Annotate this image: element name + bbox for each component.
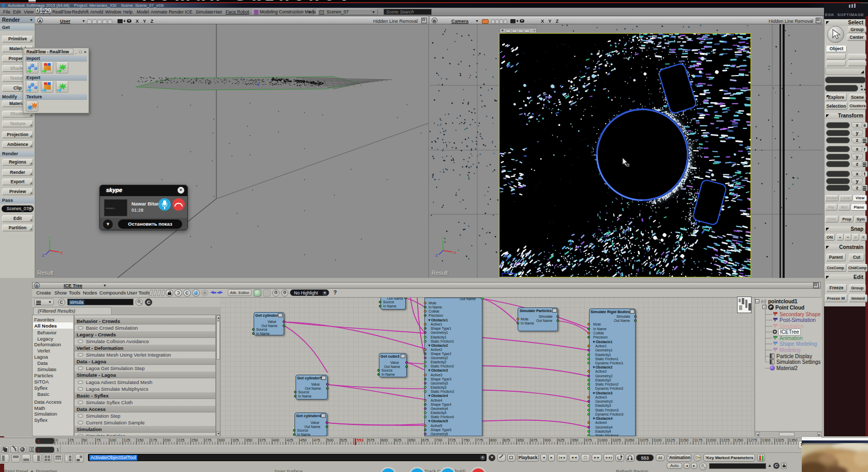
svg-text:525: 525 xyxy=(341,438,347,443)
svg-text:1075: 1075 xyxy=(640,438,649,443)
svg-text:375: 375 xyxy=(259,438,266,443)
svg-text:625: 625 xyxy=(395,438,402,443)
svg-text:875: 875 xyxy=(531,438,538,443)
svg-text:825: 825 xyxy=(504,438,510,443)
svg-text:650: 650 xyxy=(409,438,416,443)
svg-text:225: 225 xyxy=(178,438,185,443)
svg-text:1150: 1150 xyxy=(680,438,688,443)
svg-text:575: 575 xyxy=(368,438,375,443)
svg-text:950: 950 xyxy=(572,438,579,443)
svg-text:300: 300 xyxy=(218,438,225,443)
svg-text:750: 750 xyxy=(463,438,470,443)
svg-text:1300: 1300 xyxy=(762,438,771,443)
svg-text:1250: 1250 xyxy=(734,438,743,443)
svg-text:325: 325 xyxy=(232,438,239,443)
svg-text:1125: 1125 xyxy=(667,438,675,443)
svg-text:125: 125 xyxy=(124,438,130,443)
svg-text:1225: 1225 xyxy=(721,438,730,443)
svg-text:1000: 1000 xyxy=(599,438,608,443)
svg-text:Y: Y xyxy=(48,235,51,240)
svg-text:275: 275 xyxy=(205,438,212,443)
svg-text:900: 900 xyxy=(545,438,551,443)
svg-text:175: 175 xyxy=(151,438,157,443)
svg-text:1275: 1275 xyxy=(748,438,757,443)
svg-text:1175: 1175 xyxy=(694,438,702,443)
svg-text:1325: 1325 xyxy=(775,438,784,443)
svg-text:Z: Z xyxy=(42,253,45,258)
svg-text:1050: 1050 xyxy=(626,438,635,443)
svg-text:925: 925 xyxy=(558,438,565,443)
svg-text:Y: Y xyxy=(442,235,445,240)
svg-text:450: 450 xyxy=(300,438,307,443)
svg-text:25: 25 xyxy=(69,438,73,443)
svg-text:775: 775 xyxy=(477,438,483,443)
svg-text:725: 725 xyxy=(449,438,456,443)
svg-text:50: 50 xyxy=(83,438,87,443)
svg-text:350: 350 xyxy=(246,438,253,443)
svg-text:150: 150 xyxy=(137,438,144,443)
svg-text:250: 250 xyxy=(192,438,198,443)
svg-text:475: 475 xyxy=(314,438,320,443)
svg-text:500: 500 xyxy=(327,438,334,443)
svg-text:75: 75 xyxy=(96,438,100,443)
svg-text:800: 800 xyxy=(490,438,497,443)
svg-text:1200: 1200 xyxy=(708,438,716,443)
svg-text:975: 975 xyxy=(585,438,592,443)
svg-text:100: 100 xyxy=(110,438,116,443)
svg-text:425: 425 xyxy=(287,438,293,443)
svg-text:Z: Z xyxy=(435,253,438,258)
svg-text:1025: 1025 xyxy=(612,438,621,443)
svg-text:1350: 1350 xyxy=(789,438,798,443)
svg-text:400: 400 xyxy=(273,438,279,443)
svg-text:X: X xyxy=(60,250,63,255)
svg-text:1100: 1100 xyxy=(653,438,661,443)
svg-text:850: 850 xyxy=(518,438,524,443)
svg-text:0: 0 xyxy=(56,438,58,443)
svg-text:675: 675 xyxy=(422,438,429,443)
svg-text:X: X xyxy=(453,250,457,255)
svg-text:700: 700 xyxy=(436,438,443,443)
svg-text:553: 553 xyxy=(357,438,364,443)
svg-text:200: 200 xyxy=(164,438,171,443)
svg-text:600: 600 xyxy=(381,438,388,443)
